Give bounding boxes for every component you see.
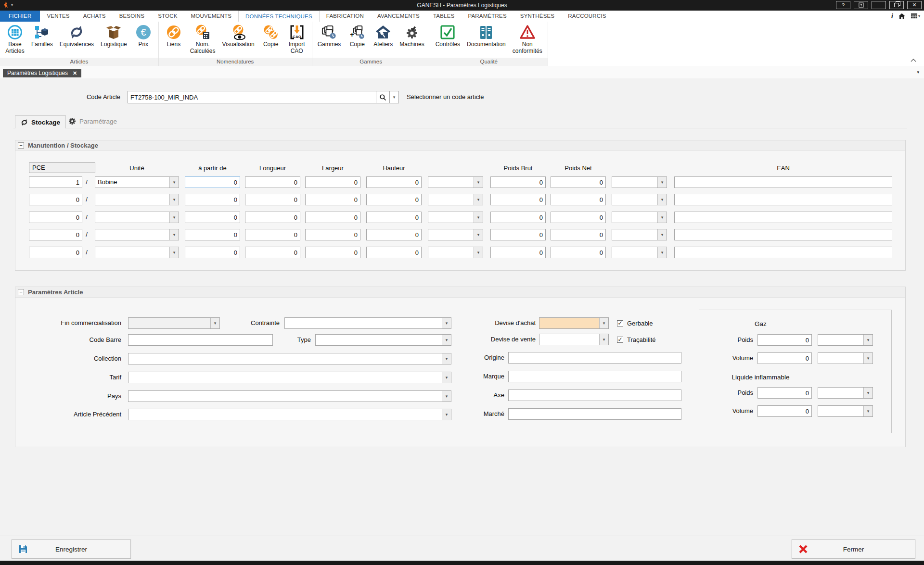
gammes-button[interactable]: Gammes — [314, 23, 345, 49]
liquide-poids-unit-combo[interactable] — [818, 387, 873, 399]
chevron-down-icon[interactable] — [474, 247, 483, 258]
poids-brut-input[interactable] — [490, 212, 546, 223]
collapse-group-button[interactable]: − — [18, 289, 24, 295]
largeur-input[interactable] — [305, 194, 360, 205]
pce-input[interactable] — [29, 212, 82, 223]
menu-fabrication[interactable]: FABRICATION — [320, 11, 371, 22]
chevron-down-icon[interactable] — [474, 212, 483, 223]
a-partir-de-input[interactable] — [185, 247, 240, 258]
home-icon[interactable] — [898, 13, 906, 20]
menu-donnees-techniques[interactable]: DONNÉES TECHNIQUES — [238, 11, 320, 22]
chevron-down-icon[interactable] — [169, 247, 179, 258]
dimension-unit-combo[interactable] — [428, 247, 483, 258]
chevron-down-icon[interactable] — [169, 229, 179, 240]
menu-raccourcis[interactable]: RACCOURCIS — [561, 11, 613, 22]
largeur-input[interactable] — [305, 212, 360, 223]
save-button[interactable]: Enregistrer — [12, 540, 131, 559]
liens-button[interactable]: Liens — [161, 23, 187, 49]
longueur-input[interactable] — [245, 212, 300, 223]
menu-parametres[interactable]: PARAMÈTRES — [461, 11, 513, 22]
a-partir-de-input[interactable] — [185, 212, 240, 223]
longueur-input[interactable] — [245, 176, 300, 188]
ean-input[interactable] — [674, 194, 892, 205]
largeur-input[interactable] — [305, 247, 360, 258]
menu-achats[interactable]: ACHATS — [77, 11, 113, 22]
poids-net-input[interactable] — [551, 247, 606, 258]
devise-achat-combo[interactable] — [539, 317, 609, 329]
type-combo[interactable] — [315, 334, 451, 346]
ateliers-button[interactable]: Ateliers — [370, 23, 396, 49]
pce-input[interactable] — [29, 176, 82, 188]
hauteur-input[interactable] — [366, 229, 422, 240]
largeur-input[interactable] — [305, 176, 360, 188]
prix-button[interactable]: € Prix — [130, 23, 156, 49]
machines-button[interactable]: Machines — [396, 23, 427, 49]
tab-list-caret-icon[interactable]: ▾ — [917, 70, 919, 75]
visualisation-button[interactable]: Visualisation — [218, 23, 257, 49]
unite-combo[interactable] — [95, 247, 179, 258]
code-article-input[interactable] — [128, 91, 376, 103]
import-cao-button[interactable]: CAO Import CAO — [284, 23, 310, 56]
chevron-down-icon[interactable] — [657, 177, 667, 188]
chevron-down-icon[interactable] — [474, 229, 483, 240]
article-precedent-combo[interactable] — [128, 409, 451, 420]
a-partir-de-input[interactable] — [185, 194, 240, 205]
dimension-unit-combo[interactable] — [428, 229, 483, 240]
poids-brut-input[interactable] — [490, 229, 546, 240]
gaz-poids-unit-combo[interactable] — [818, 334, 873, 346]
longueur-input[interactable] — [245, 194, 300, 205]
gaz-poids-input[interactable] — [757, 334, 812, 346]
menu-tables[interactable]: TABLES — [426, 11, 461, 22]
gaz-volume-input[interactable] — [757, 352, 812, 364]
largeur-input[interactable] — [305, 229, 360, 240]
chevron-down-icon[interactable] — [657, 247, 667, 258]
poids-unit-combo[interactable] — [612, 212, 667, 223]
collapse-group-button[interactable]: − — [18, 142, 24, 149]
ribbon-pin-button[interactable] — [854, 1, 868, 9]
unite-combo[interactable] — [95, 194, 179, 205]
chevron-down-icon[interactable] — [863, 353, 873, 364]
unite-combo[interactable] — [95, 212, 179, 223]
longueur-input[interactable] — [245, 247, 300, 258]
a-partir-de-input[interactable] — [185, 176, 240, 188]
liquide-volume-unit-combo[interactable] — [818, 405, 873, 417]
ribbon-collapse-icon[interactable] — [911, 55, 916, 64]
dimension-unit-combo[interactable] — [428, 194, 483, 205]
ean-input[interactable] — [674, 176, 892, 188]
search-button[interactable] — [376, 91, 390, 103]
liquide-volume-input[interactable] — [757, 405, 812, 417]
poids-net-input[interactable] — [551, 229, 606, 240]
chevron-down-icon[interactable] — [657, 194, 667, 205]
hauteur-input[interactable] — [366, 247, 422, 258]
poids-net-input[interactable] — [551, 176, 606, 188]
axe-input[interactable] — [508, 389, 681, 401]
dimension-unit-combo[interactable] — [428, 212, 483, 223]
logistique-button[interactable]: Logistique — [97, 23, 130, 49]
chevron-down-icon[interactable] — [863, 335, 873, 345]
pce-input[interactable] — [29, 247, 82, 258]
ean-input[interactable] — [674, 229, 892, 240]
controles-button[interactable]: Contrôles — [432, 23, 463, 49]
devise-vente-combo[interactable] — [539, 334, 609, 345]
menu-ventes[interactable]: VENTES — [40, 11, 76, 22]
dimension-unit-combo[interactable] — [428, 176, 483, 188]
poids-brut-input[interactable] — [490, 194, 546, 205]
copie-nomenclature-button[interactable]: Copie — [258, 23, 284, 49]
code-article-dropdown-button[interactable]: ▾ — [389, 91, 399, 103]
familles-button[interactable]: Familles — [28, 23, 56, 49]
a-partir-de-input[interactable] — [185, 229, 240, 240]
poids-unit-combo[interactable] — [612, 176, 667, 188]
longueur-input[interactable] — [245, 229, 300, 240]
poids-net-input[interactable] — [551, 194, 606, 205]
poids-unit-combo[interactable] — [612, 247, 667, 258]
help-button[interactable]: ? — [836, 1, 850, 9]
gerbable-checkbox[interactable] — [617, 320, 623, 326]
base-articles-button[interactable]: Base Articles — [2, 23, 28, 56]
tab-parametrage[interactable]: Paramétrage — [68, 117, 117, 125]
menu-besoins[interactable]: BESOINS — [113, 11, 152, 22]
menu-avancements[interactable]: AVANCEMENTS — [371, 11, 426, 22]
pce-input[interactable] — [29, 194, 82, 205]
chevron-down-icon[interactable] — [599, 318, 608, 328]
pays-combo[interactable] — [128, 390, 451, 402]
origine-input[interactable] — [508, 352, 681, 364]
